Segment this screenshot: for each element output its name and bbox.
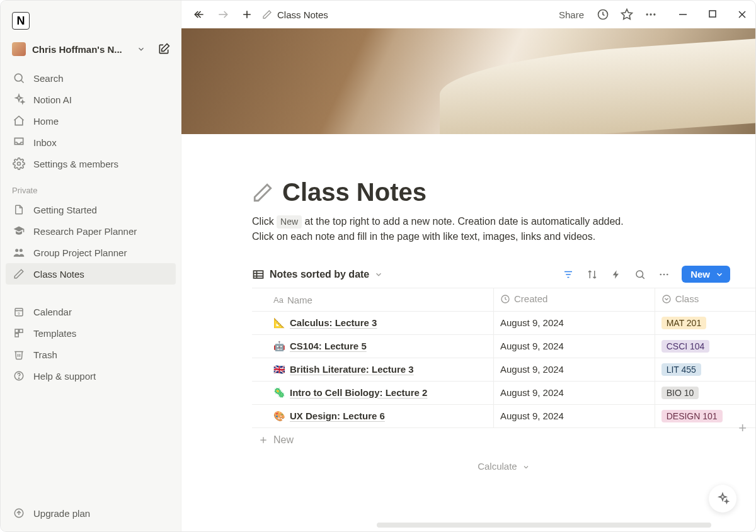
new-button[interactable]: New (682, 266, 730, 283)
row-title[interactable]: CS104: Lecture 5 (290, 341, 367, 351)
ai-fab-button[interactable] (709, 485, 736, 512)
inbox-icon (12, 135, 26, 149)
calculate-row[interactable]: Calculate (252, 452, 755, 480)
workspace-name: Chris Hoffman's N... (32, 44, 127, 55)
people-icon (12, 246, 26, 259)
horizontal-scrollbar[interactable] (370, 523, 749, 529)
breadcrumb[interactable]: Class Notes (262, 9, 328, 20)
home-icon (12, 114, 26, 128)
template-icon (12, 326, 26, 340)
more-icon[interactable] (658, 268, 670, 281)
sidebar-item-label: Calendar (33, 307, 72, 317)
nav-back-button[interactable] (190, 6, 208, 23)
svg-point-22 (646, 13, 648, 15)
add-column-button[interactable]: + (738, 420, 747, 436)
row-title[interactable]: British Literature: Lecture 3 (290, 364, 414, 375)
gear-icon (12, 157, 26, 171)
class-tag[interactable]: LIT 455 (662, 363, 701, 376)
sidebar-item-calendar[interactable]: 9 Calendar (1, 301, 181, 322)
svg-rect-10 (15, 334, 18, 337)
column-header-name[interactable]: Aa Name (252, 288, 494, 312)
sidebar-item-templates[interactable]: Templates (1, 322, 181, 344)
row-title[interactable]: UX Design: Lecture 6 (290, 410, 385, 421)
svg-point-40 (667, 273, 668, 275)
window-maximize-button[interactable] (709, 10, 716, 19)
class-tag[interactable]: CSCI 104 (662, 340, 710, 353)
page-title[interactable]: Class Notes (252, 178, 730, 207)
page-class-notes[interactable]: Class Notes (6, 263, 176, 285)
new-page-button[interactable] (238, 6, 256, 23)
sidebar-item-search[interactable]: Search (1, 67, 181, 89)
new-row-button[interactable]: New (252, 428, 755, 452)
workspace-switcher[interactable]: Chris Hoffman's N... (1, 37, 181, 61)
row-emoji: 📐 (273, 317, 286, 329)
sidebar-item-trash[interactable]: Trash (1, 344, 181, 365)
new-keyword: New (277, 215, 302, 229)
filter-icon[interactable] (562, 268, 575, 281)
view-name: Notes sorted by date (270, 269, 369, 280)
table-row[interactable]: 🇬🇧British Literature: Lecture 3August 9,… (252, 358, 755, 381)
window-minimize-button[interactable] (679, 10, 687, 19)
sidebar-item-notion-ai[interactable]: Notion AI (1, 89, 181, 110)
nav-forward-button[interactable] (214, 6, 232, 23)
sidebar-item-settings[interactable]: Settings & members (1, 153, 181, 174)
calendar-icon: 9 (12, 305, 26, 319)
page-group-project[interactable]: Group Project Planner (1, 242, 181, 263)
svg-point-38 (660, 273, 662, 275)
row-title[interactable]: Calculus: Lecture 3 (290, 317, 377, 328)
sidebar-item-help[interactable]: Help & support (1, 365, 181, 387)
svg-point-12 (18, 378, 19, 378)
column-header-created[interactable]: Created (494, 288, 655, 312)
svg-text:9: 9 (18, 312, 20, 315)
class-tag[interactable]: MAT 201 (662, 317, 707, 329)
more-icon[interactable] (642, 6, 660, 23)
page-cover[interactable] (181, 28, 755, 134)
sidebar-item-label: Trash (33, 349, 57, 360)
automations-icon[interactable] (610, 268, 622, 281)
view-selector[interactable]: Notes sorted by date (252, 268, 383, 281)
chevron-down-icon[interactable] (715, 270, 724, 279)
row-created: August 9, 2024 (494, 404, 655, 427)
page-research-paper[interactable]: Research Paper Planner (1, 220, 181, 242)
svg-rect-9 (20, 329, 23, 332)
svg-point-2 (18, 162, 21, 166)
row-created: August 9, 2024 (494, 381, 655, 404)
window-close-button[interactable] (738, 10, 747, 19)
column-header-class[interactable]: Class (655, 288, 755, 312)
sidebar-item-label: Class Notes (33, 269, 84, 280)
search-icon[interactable] (634, 268, 646, 281)
sort-icon[interactable] (586, 268, 598, 281)
sidebar-item-home[interactable]: Home (1, 110, 181, 132)
svg-point-39 (663, 273, 665, 275)
avatar (12, 42, 26, 56)
table-row[interactable]: 🦠Intro to Cell Biology: Lecture 2August … (252, 381, 755, 404)
app-logo: N (12, 12, 30, 30)
favorite-icon[interactable] (618, 6, 636, 23)
table-row[interactable]: 🎨UX Design: Lecture 6August 9, 2024DESIG… (252, 404, 755, 427)
help-icon (12, 369, 26, 383)
row-title[interactable]: Intro to Cell Biology: Lecture 2 (290, 387, 427, 398)
trash-icon (12, 348, 26, 361)
table-row[interactable]: 📐Calculus: Lecture 3August 9, 2024MAT 20… (252, 311, 755, 334)
class-tag[interactable]: DESIGN 101 (662, 410, 723, 422)
table-row[interactable]: 🤖CS104: Lecture 5August 9, 2024CSCI 104 (252, 334, 755, 358)
svg-marker-21 (622, 9, 633, 20)
notes-table: Aa Name Created (252, 288, 755, 428)
clock-icon (500, 294, 510, 304)
new-button-label: New (690, 269, 710, 280)
share-button[interactable]: Share (555, 9, 588, 20)
section-private-label: Private (1, 174, 181, 199)
row-created: August 9, 2024 (494, 311, 655, 334)
class-tag[interactable]: BIO 10 (662, 387, 699, 399)
page-getting-started[interactable]: Getting Started (1, 199, 181, 220)
svg-point-4 (20, 249, 23, 252)
topbar: Class Notes Share (181, 1, 755, 28)
plus-icon (258, 435, 268, 445)
chevron-down-icon[interactable] (133, 41, 149, 57)
compose-icon[interactable] (156, 41, 172, 57)
upgrade-button[interactable]: Upgrade plan (1, 500, 181, 531)
row-emoji: 🇬🇧 (273, 364, 286, 375)
sidebar-item-inbox[interactable]: Inbox (1, 132, 181, 153)
sidebar-item-label: Getting Started (33, 205, 97, 215)
updates-icon[interactable] (594, 6, 612, 23)
